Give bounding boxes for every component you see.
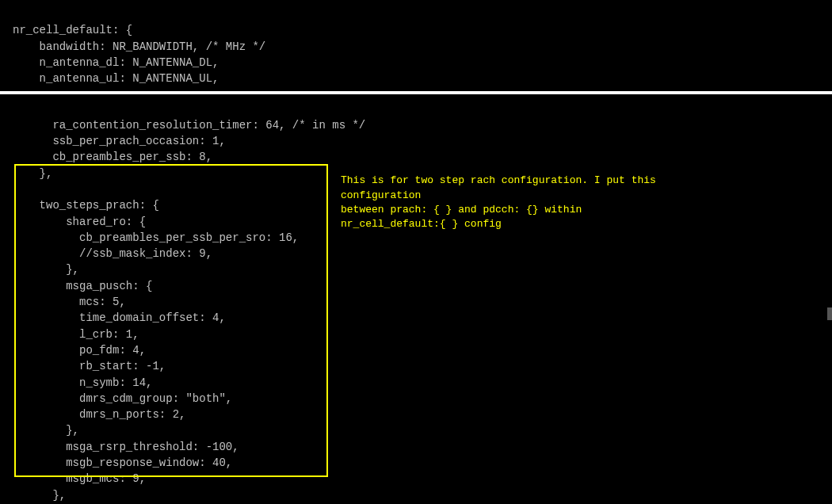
code-line: shared_ro: { [13, 216, 146, 228]
code-line: time_domain_offset: 4, [13, 311, 226, 324]
code-line: rb_start: -1, [13, 360, 166, 372]
main-code-block: ra_contention_resolution_timer: 64, /* i… [0, 94, 832, 504]
top-code-block: nr_cell_default: { bandwidth: NR_BANDWID… [0, 0, 832, 91]
annotation-line: This is for two step rach configuration.… [341, 174, 674, 202]
code-line: po_fdm: 4, [13, 344, 146, 357]
code-line: dmrs_cdm_group: "both", [13, 392, 232, 405]
code-line: }, [13, 167, 52, 180]
code-line: }, [13, 489, 66, 502]
code-line: ssb_per_prach_occasion: 1, [13, 135, 226, 147]
code-line: cb_preambles_per_ssb: 8, [13, 151, 212, 163]
annotation-text: This is for two step rach configuration.… [341, 174, 674, 231]
code-line: //ssb_mask_index: 9, [13, 247, 212, 260]
code-line: l_crb: 1, [13, 328, 139, 341]
code-line: }, [13, 263, 79, 276]
code-line: bandwidth: NR_BANDWIDTH, /* MHz */ [13, 40, 265, 53]
code-line: n_symb: 14, [13, 376, 152, 389]
code-line: cb_preambles_per_ssb_per_sro: 16, [13, 231, 299, 244]
code-line: nr_cell_default: { [13, 24, 132, 36]
code-line: msga_rsrp_threshold: -100, [13, 441, 239, 453]
annotation-line: between prach: { } and pdcch: {} within … [341, 203, 674, 231]
code-line: n_antenna_dl: N_ANTENNA_DL, [13, 56, 219, 69]
code-line: two_steps_prach: { [13, 199, 159, 212]
code-line: msgb_mcs: 9, [13, 472, 146, 485]
code-line: dmrs_n_ports: 2, [13, 408, 185, 421]
code-line: msgb_response_window: 40, [13, 456, 232, 469]
code-line: }, [13, 424, 79, 437]
code-line: ra_contention_resolution_timer: 64, /* i… [13, 119, 365, 132]
code-line: msga_pusch: { [13, 280, 152, 292]
code-line: mcs: 5, [13, 296, 126, 308]
code-line: n_antenna_ul: N_ANTENNA_UL, [13, 72, 219, 85]
scrollbar-thumb[interactable] [827, 307, 832, 320]
